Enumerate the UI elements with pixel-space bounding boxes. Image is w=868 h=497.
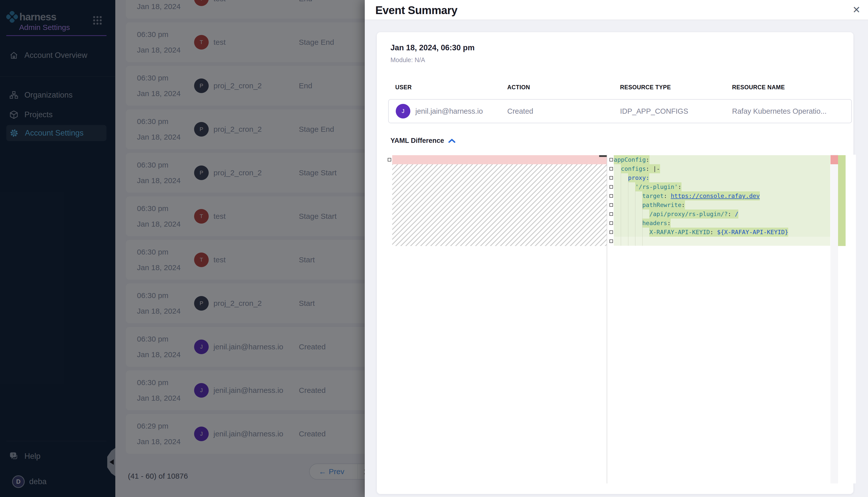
app-root: harness Admin Settings Account Overview … xyxy=(0,0,868,497)
column-header-action: ACTION xyxy=(507,84,530,91)
yaml-diff-editor[interactable]: appConfig: configs: |- proxy: '/rs-plugi… xyxy=(388,155,856,483)
event-user-avatar: J xyxy=(396,104,410,118)
event-summary-card: Jan 18, 2024, 06:30 pm Module: N/A USER … xyxy=(377,32,853,494)
event-datetime: Jan 18, 2024, 06:30 pm xyxy=(390,43,474,52)
yaml-line: '/rs-plugin': xyxy=(614,182,830,191)
drawer-header: Event Summary ✕ xyxy=(365,0,868,20)
yaml-line: /api/proxy/rs-plugin/?: / xyxy=(614,210,830,218)
yaml-line: X-RAFAY-API-KEYID: ${X-RAFAY-API-KEYID} xyxy=(614,228,830,237)
yaml-difference-label: YAML Difference xyxy=(390,137,444,145)
yaml-line: proxy: xyxy=(614,173,830,182)
diff-deleted-line-cap xyxy=(599,155,607,157)
event-resource-name-cell: Rafay Kubernetes Operatio... xyxy=(732,100,827,123)
drawer-title: Event Summary xyxy=(375,4,457,17)
diff-code-lines[interactable]: appConfig: configs: |- proxy: '/rs-plugi… xyxy=(614,155,830,483)
indent-guide xyxy=(635,190,635,246)
overview-ruler[interactable] xyxy=(830,155,838,483)
event-table-row: J jenil.jain@harness.io Created IDP_APP_… xyxy=(388,99,852,123)
diff-line-marker[interactable] xyxy=(609,221,613,225)
overview-ruler-deletion xyxy=(830,155,838,164)
column-header-resource-type: RESOURCE TYPE xyxy=(620,84,671,91)
diff-filler-hatch xyxy=(392,164,607,246)
column-header-user: USER xyxy=(395,84,412,91)
yaml-line: pathRewrite: xyxy=(614,200,830,210)
event-action-cell: Created xyxy=(507,100,533,123)
yaml-difference-toggle[interactable]: YAML Difference xyxy=(390,137,456,145)
yaml-line: configs: |- xyxy=(614,164,830,173)
diff-line-marker[interactable] xyxy=(609,167,613,171)
event-user-cell: J jenil.jain@harness.io xyxy=(396,100,483,123)
yaml-line xyxy=(614,237,830,246)
event-summary-drawer: Event Summary ✕ Jan 18, 2024, 06:30 pm M… xyxy=(365,0,868,497)
diff-right-gutter xyxy=(609,155,614,483)
diff-deleted-line xyxy=(392,155,607,164)
diff-pane-divider[interactable] xyxy=(607,155,607,483)
event-resource-type-cell: IDP_APP_CONFIGS xyxy=(620,100,688,123)
close-icon[interactable]: ✕ xyxy=(851,3,862,16)
diff-line-marker[interactable] xyxy=(609,230,613,234)
event-user-email: jenil.jain@harness.io xyxy=(415,107,483,115)
diff-line-marker[interactable] xyxy=(609,239,613,243)
overview-ruler-insertion xyxy=(838,155,845,246)
diff-line-marker[interactable] xyxy=(609,194,613,198)
event-module: Module: N/A xyxy=(390,56,425,63)
indent-guide xyxy=(621,172,621,246)
drawer-body: Jan 18, 2024, 06:30 pm Module: N/A USER … xyxy=(365,20,868,497)
diff-line-marker[interactable] xyxy=(609,158,613,161)
chevron-up-icon xyxy=(448,138,456,143)
yaml-line: headers: xyxy=(614,218,830,228)
diff-line-marker[interactable] xyxy=(609,176,613,180)
yaml-line: appConfig: xyxy=(614,155,830,164)
diff-line-marker[interactable] xyxy=(609,185,613,189)
diff-line-marker[interactable] xyxy=(609,203,613,207)
diff-line-marker[interactable] xyxy=(609,212,613,216)
column-header-resource-name: RESOURCE NAME xyxy=(732,84,785,91)
yaml-line: target: https://console.rafay.dev xyxy=(614,191,830,200)
modal-backdrop[interactable] xyxy=(0,0,365,497)
diff-line-marker[interactable] xyxy=(388,158,391,161)
